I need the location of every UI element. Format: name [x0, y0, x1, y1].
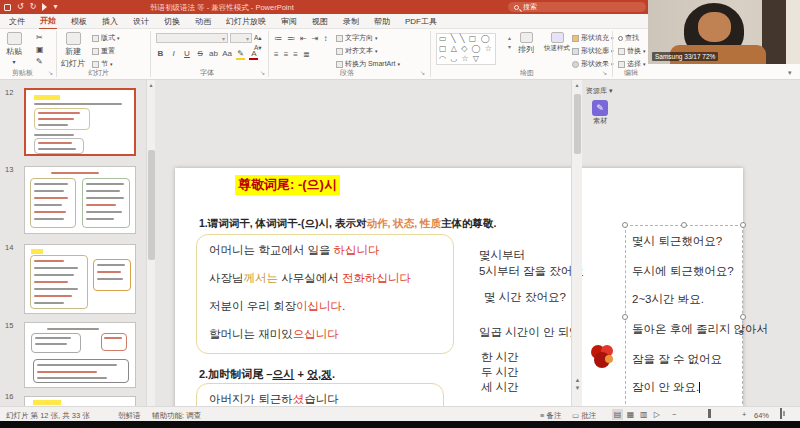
- shape-fill-button[interactable]: 形状填充▾: [572, 33, 614, 43]
- justify-icon[interactable]: ≣: [303, 50, 310, 59]
- zoom-out-button[interactable]: −: [672, 410, 676, 419]
- zoom-slider-knob[interactable]: [708, 409, 711, 418]
- next-slide-icon[interactable]: ▼: [572, 384, 583, 392]
- start-slideshow-icon[interactable]: [42, 3, 47, 11]
- copy-icon[interactable]: ▣: [36, 45, 44, 54]
- canvas-scrollbar[interactable]: ▴ ▲ ▼: [571, 80, 582, 406]
- replace-button[interactable]: 替换▾: [618, 46, 646, 56]
- layout-button[interactable]: 版式▾: [92, 33, 120, 43]
- zoom-in-button[interactable]: +: [742, 410, 746, 419]
- practice-line[interactable]: 몇시부터: [479, 248, 525, 263]
- search-box[interactable]: 搜索: [508, 2, 646, 12]
- tab-home[interactable]: 开始: [39, 13, 57, 30]
- scroll-up-icon[interactable]: ▴: [147, 80, 155, 90]
- webcam-overlay[interactable]: Samsung 33/17 72%: [648, 0, 800, 64]
- thumbnail-scrollbar[interactable]: ▴: [146, 80, 155, 406]
- reset-button[interactable]: 重置: [92, 46, 120, 56]
- resize-handle[interactable]: [740, 222, 746, 228]
- scroll-up-icon[interactable]: ▴: [572, 80, 582, 90]
- practice-line[interactable]: 5시부터 잠을 잤어요: [479, 264, 584, 279]
- line-spacing-icon[interactable]: ↕: [323, 34, 327, 43]
- flower-logo-icon[interactable]: [588, 342, 616, 370]
- notes-button[interactable]: ≡ 备注: [540, 411, 561, 421]
- numbering-icon[interactable]: ≕: [287, 34, 295, 43]
- align-text-button[interactable]: 对齐文本▾: [336, 46, 400, 56]
- change-case-button[interactable]: Aa: [222, 49, 232, 58]
- cut-icon[interactable]: ✂: [36, 33, 44, 42]
- practice-line[interactable]: 일곱 시간이 안 되었: [479, 325, 581, 340]
- save-icon[interactable]: [4, 4, 11, 11]
- scrollbar-thumb[interactable]: [148, 150, 155, 260]
- paste-button[interactable]: 粘贴 ▾: [6, 32, 22, 65]
- align-right-icon[interactable]: ≡: [293, 50, 298, 59]
- zoom-percentage[interactable]: 64%: [754, 411, 769, 420]
- quick-styles-button[interactable]: 快速样式: [544, 32, 570, 53]
- undo-icon[interactable]: ↺: [17, 2, 24, 12]
- tab-file[interactable]: 文件: [8, 14, 26, 29]
- arrange-button[interactable]: 排列: [518, 32, 534, 55]
- font-dialog-launcher[interactable]: ↘: [260, 69, 265, 76]
- tab-design[interactable]: 设计: [132, 14, 150, 29]
- shapes-scroll-down-icon[interactable]: ▾: [508, 43, 511, 50]
- shrink-font-button[interactable]: A▾: [254, 44, 262, 52]
- resource-library-button[interactable]: 资源库 ▾: [586, 86, 612, 96]
- slide-canvas[interactable]: 尊敬词尾: -(으)시 1.谓词词干, 体词词干-(으)시, 表示对动作, 状态…: [175, 168, 743, 428]
- format-painter-icon[interactable]: ✎: [36, 57, 44, 66]
- redo-icon[interactable]: ↻: [30, 2, 37, 12]
- material-button[interactable]: ✎ 素材: [592, 100, 608, 126]
- slide-title[interactable]: 尊敬词尾: -(으)시: [235, 175, 340, 195]
- increase-indent-icon[interactable]: ⇥: [312, 34, 319, 43]
- language-indicator[interactable]: 朝鲜语: [118, 411, 141, 421]
- shapes-scroll-up-icon[interactable]: ▴: [508, 34, 511, 41]
- new-slide-button[interactable]: 新建 幻灯片: [61, 32, 85, 69]
- thumbnail-slide-12[interactable]: [24, 88, 136, 156]
- practice-line[interactable]: 몇 시간 잤어요?: [484, 290, 566, 305]
- tab-help[interactable]: 帮助: [373, 14, 391, 29]
- practice-line[interactable]: 한 시간: [481, 350, 519, 365]
- qat-dropdown-icon[interactable]: ▾: [53, 2, 57, 12]
- tab-record[interactable]: 录制: [342, 14, 360, 29]
- find-button[interactable]: 查找: [618, 33, 646, 43]
- resize-handle[interactable]: [622, 314, 628, 320]
- align-left-icon[interactable]: ≡: [274, 50, 279, 59]
- paragraph-dialog-launcher[interactable]: ↘: [420, 69, 425, 76]
- example-box-1[interactable]: 어머니는 학교에서 일을 하십니다 사장님께서는 사무실에서 전화하십니다 저분…: [196, 234, 454, 354]
- bullets-icon[interactable]: ≔: [274, 34, 282, 43]
- tab-review[interactable]: 审阅: [280, 14, 298, 29]
- collapse-ribbon-icon[interactable]: ▾: [788, 69, 792, 77]
- reading-view-icon[interactable]: ▥: [638, 409, 649, 420]
- resize-handle[interactable]: [681, 222, 687, 228]
- italic-button[interactable]: I: [169, 49, 178, 58]
- tab-pdf-tools[interactable]: PDF工具: [404, 14, 438, 29]
- practice-line[interactable]: 세 시간: [481, 380, 519, 395]
- shapes-gallery[interactable]: ▭ ╲ ╲ ▢ ◯ ▢ △ ◇ ◯ ☆ ◠ ◡ ☆ ▽: [436, 33, 496, 65]
- resize-handle[interactable]: [622, 222, 628, 228]
- practice-line[interactable]: 두 시간: [481, 365, 519, 380]
- tab-view[interactable]: 视图: [311, 14, 329, 29]
- tab-animations[interactable]: 动画: [194, 14, 212, 29]
- scrollbar-thumb[interactable]: [574, 94, 581, 154]
- shape-effects-button[interactable]: 形状效果▾: [572, 59, 614, 69]
- normal-view-icon[interactable]: ▤: [612, 409, 623, 420]
- grammar-rule-2[interactable]: 2.加时制词尾 –으시 + 었,겠.: [199, 367, 335, 382]
- tab-insert[interactable]: 插入: [101, 14, 119, 29]
- grow-font-button[interactable]: A▴: [254, 34, 262, 42]
- previous-slide-icon[interactable]: ▲: [572, 376, 583, 384]
- thumbnail-slide-15[interactable]: [24, 322, 136, 388]
- text-highlight-button[interactable]: ✎: [236, 49, 245, 60]
- slideshow-view-icon[interactable]: ▷: [651, 409, 662, 420]
- thumbnail-slide-16[interactable]: [24, 396, 136, 406]
- underline-button[interactable]: U: [182, 49, 191, 58]
- tab-transitions[interactable]: 切换: [163, 14, 181, 29]
- fit-to-window-icon[interactable]: [780, 408, 782, 419]
- font-name-combo[interactable]: ▾: [156, 33, 228, 43]
- decrease-indent-icon[interactable]: ⇤: [300, 34, 307, 43]
- drawing-dialog-launcher[interactable]: ↘: [602, 69, 607, 76]
- grammar-rule-1[interactable]: 1.谓词词干, 体词词干-(으)시, 表示对动作, 状态, 性质主体的尊敬.: [199, 217, 497, 231]
- thumbnail-slide-14[interactable]: [24, 244, 136, 314]
- accessibility-status[interactable]: 辅助功能: 调查: [152, 411, 201, 421]
- comments-button[interactable]: ▭ 批注: [572, 411, 596, 421]
- shape-outline-button[interactable]: 形状轮廓▾: [572, 46, 614, 56]
- align-center-icon[interactable]: ≡: [284, 50, 289, 59]
- font-size-combo[interactable]: ▾: [230, 33, 252, 43]
